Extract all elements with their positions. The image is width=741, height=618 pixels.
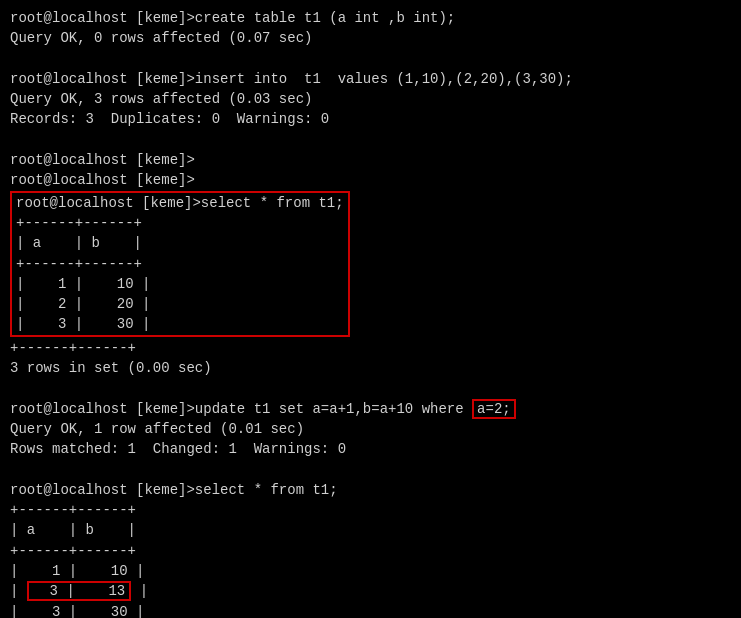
select-cmd-2: root@localhost [keme]>select * from t1; — [10, 480, 731, 500]
line-rows-matched: Rows matched: 1 Changed: 1 Warnings: 0 — [10, 439, 731, 459]
row-highlight: 3 | 13 — [27, 581, 131, 601]
terminal: root@localhost [keme]>create table t1 (a… — [10, 8, 731, 610]
table-border-2a: +------+------+ — [10, 500, 731, 520]
line-empty-3 — [10, 378, 731, 398]
table-border-1c: +------+------+ — [10, 338, 731, 358]
table-border-1a: +------+------+ — [16, 213, 344, 233]
where-highlight: a=2; — [472, 399, 516, 419]
line-query-ok-3: Query OK, 1 row affected (0.01 sec) — [10, 419, 731, 439]
table-row-1-1: | 1 | 10 | — [16, 274, 344, 294]
table-row-2-3: | 3 | 30 | — [10, 602, 731, 618]
table-row-2-2: | 3 | 13 | — [10, 581, 731, 601]
line-prompt-1: root@localhost [keme]> — [10, 150, 731, 170]
line-query-ok-1: Query OK, 0 rows affected (0.07 sec) — [10, 28, 731, 48]
select-cmd-1: root@localhost [keme]>select * from t1; — [16, 193, 344, 213]
table-header-2: | a | b | — [10, 520, 731, 540]
line-create-table: root@localhost [keme]>create table t1 (a… — [10, 8, 731, 28]
line-prompt-2: root@localhost [keme]> — [10, 170, 731, 190]
table-row-1-3: | 3 | 30 | — [16, 314, 344, 334]
line-records: Records: 3 Duplicates: 0 Warnings: 0 — [10, 109, 731, 129]
line-empty-2 — [10, 130, 731, 150]
table-border-1b: +------+------+ — [16, 254, 344, 274]
table-row-2-1: | 1 | 10 | — [10, 561, 731, 581]
table-row-1-2: | 2 | 20 | — [16, 294, 344, 314]
line-update: root@localhost [keme]>update t1 set a=a+… — [10, 399, 731, 419]
line-query-ok-2: Query OK, 3 rows affected (0.03 sec) — [10, 89, 731, 109]
line-insert: root@localhost [keme]>insert into t1 val… — [10, 69, 731, 89]
rows-in-set-1: 3 rows in set (0.00 sec) — [10, 358, 731, 378]
line-empty-4 — [10, 460, 731, 480]
table-header-1: | a | b | — [16, 233, 344, 253]
table-border-2b: +------+------+ — [10, 541, 731, 561]
line-empty-1 — [10, 49, 731, 69]
select-block-1: root@localhost [keme]>select * from t1; … — [10, 191, 350, 337]
